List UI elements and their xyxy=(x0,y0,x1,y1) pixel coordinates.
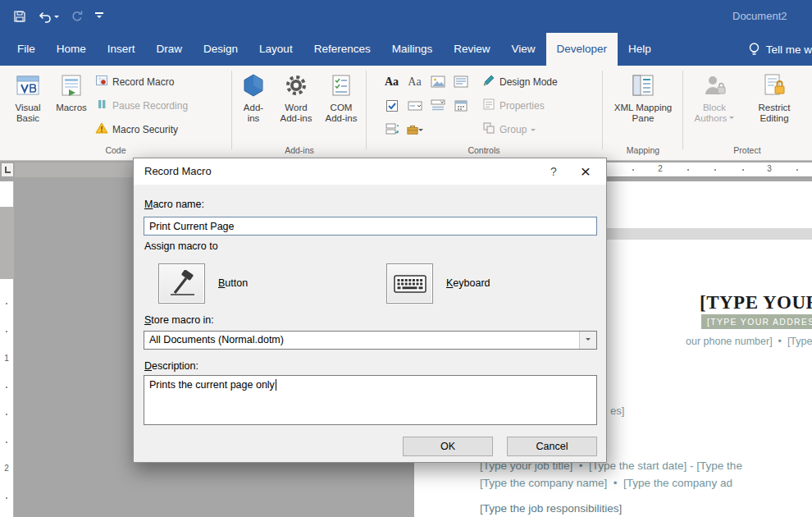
tab-review[interactable]: Review xyxy=(443,33,500,66)
tab-insert[interactable]: Insert xyxy=(97,33,146,66)
combo-dropdown-button[interactable] xyxy=(579,332,596,349)
com-add-ins-button[interactable]: COMAdd-ins xyxy=(320,71,363,143)
picture-icon xyxy=(431,75,445,89)
record-macro-dialog: Record Macro ? × Macro name: Assign macr… xyxy=(133,158,607,463)
undo-dropdown-icon[interactable] xyxy=(54,16,59,21)
assign-to-keyboard-button[interactable] xyxy=(386,263,433,304)
macro-security-button[interactable]: Macro Security xyxy=(95,120,178,140)
left-tab-icon xyxy=(5,167,11,173)
ruler-tick xyxy=(687,169,689,171)
tab-stop-selector[interactable] xyxy=(1,162,14,177)
assign-to-button-button[interactable] xyxy=(158,263,205,304)
plain-text-control-button[interactable]: Aa xyxy=(404,71,426,94)
restrict-editing-label: Restrict xyxy=(759,103,791,112)
visual-basic-button[interactable]: VisualBasic xyxy=(7,71,49,143)
macro-name-input[interactable] xyxy=(144,217,597,236)
group-divider xyxy=(366,71,367,149)
resume-experience-line3[interactable]: [Type the job responsibilities] xyxy=(480,502,622,515)
pause-recording-button[interactable]: Pause Recording xyxy=(95,96,188,116)
word-add-ins-button[interactable]: WordAdd-ins xyxy=(274,71,318,143)
tab-developer[interactable]: Developer xyxy=(546,33,618,66)
tab-view[interactable]: View xyxy=(500,33,545,66)
properties-label: Properties xyxy=(500,100,545,112)
tell-me-box[interactable]: Tell me w xyxy=(743,33,812,66)
properties-button[interactable]: Properties xyxy=(482,96,545,116)
tab-layout[interactable]: Layout xyxy=(249,33,303,66)
ruler-tick xyxy=(632,169,634,171)
ribbon-tabs: File Home Insert Draw Design Layout Refe… xyxy=(0,33,812,66)
undo-button[interactable] xyxy=(38,10,59,23)
dialog-title-bar[interactable]: Record Macro ? × xyxy=(134,158,606,185)
record-macro-button[interactable]: Record Macro xyxy=(95,72,174,92)
dialog-title: Record Macro xyxy=(144,158,212,185)
add-ins-group-label: Add-ins xyxy=(235,145,364,158)
building-block-gallery-control-button[interactable] xyxy=(449,71,472,94)
date-picker-control-button[interactable] xyxy=(449,94,472,117)
design-mode-label: Design Mode xyxy=(500,76,558,88)
group-dropdown-icon xyxy=(531,129,536,134)
pause-recording-icon xyxy=(95,98,108,114)
vertical-ruler[interactable]: 1 2 xyxy=(0,181,14,517)
keyboard-label: Keyboard xyxy=(446,277,490,289)
resume-name-heading[interactable]: [TYPE YOUR NA xyxy=(700,292,812,313)
macros-label: Macros xyxy=(56,103,87,113)
tab-draw[interactable]: Draw xyxy=(146,33,194,66)
xml-mapping-pane-button[interactable]: XML MappingPane xyxy=(605,71,681,143)
resume-objective-fragment[interactable]: es] xyxy=(610,405,624,417)
ribbon-developer: VisualBasic Macros Record Macro Pause Re… xyxy=(0,66,812,161)
ruler-number: 2 xyxy=(658,164,663,173)
checkbox-control-button[interactable] xyxy=(381,94,403,117)
ok-button[interactable]: OK xyxy=(403,437,493,456)
block-authors-icon xyxy=(702,71,727,100)
dropdown-list-control-button[interactable] xyxy=(427,94,449,117)
com-add-ins-icon xyxy=(329,71,354,100)
repeating-section-control-button[interactable] xyxy=(381,118,403,141)
building-block-icon xyxy=(454,75,468,89)
store-macro-in-select[interactable]: All Documents (Normal.dotm) xyxy=(144,331,597,350)
legacy-tools-icon xyxy=(407,124,418,135)
dialog-help-button[interactable]: ? xyxy=(541,159,567,184)
design-mode-button[interactable]: Design Mode xyxy=(482,72,558,92)
tab-file[interactable]: File xyxy=(7,33,46,66)
combo-box-control-button[interactable] xyxy=(404,94,426,117)
description-textarea[interactable]: Prints the current page only xyxy=(144,375,597,425)
visual-basic-label: Visual xyxy=(15,103,40,112)
mapping-group-label: Mapping xyxy=(605,145,681,158)
date-picker-icon xyxy=(454,99,468,112)
legacy-tools-dropdown-icon[interactable] xyxy=(418,129,423,134)
legacy-tools-button[interactable] xyxy=(404,118,426,141)
customize-qat-button[interactable] xyxy=(95,12,103,21)
cancel-button[interactable]: Cancel xyxy=(507,437,597,456)
title-bar: Document2 xyxy=(0,0,812,33)
save-button[interactable] xyxy=(13,10,26,23)
ruler-number: 3 xyxy=(767,164,772,173)
tab-references[interactable]: References xyxy=(303,33,381,66)
tell-me-label: Tell me w xyxy=(766,43,812,56)
tab-mailings[interactable]: Mailings xyxy=(381,33,444,66)
rich-text-control-button[interactable]: Aa xyxy=(381,71,403,94)
tab-help[interactable]: Help xyxy=(618,33,662,66)
keyboard-icon xyxy=(394,273,427,295)
macros-button[interactable]: Macros xyxy=(51,71,92,143)
resume-address-bar[interactable]: [TYPE YOUR ADDRESS xyxy=(701,314,812,329)
group-divider xyxy=(231,71,232,149)
assign-macro-to-label: Assign macro to xyxy=(144,240,218,252)
picture-control-button[interactable] xyxy=(427,71,449,94)
group-divider xyxy=(602,71,603,149)
restrict-editing-button[interactable]: RestrictEditing xyxy=(743,71,805,143)
repeating-section-icon xyxy=(385,123,399,136)
resume-contact-line[interactable]: our phone number] • [Type your e-m xyxy=(686,336,812,347)
ruler-tick xyxy=(6,331,7,332)
add-ins-button[interactable]: Add-ins xyxy=(235,71,272,143)
restrict-editing-icon xyxy=(762,71,787,100)
resume-experience-line2[interactable]: [Type the company name] • [Type the comp… xyxy=(480,477,732,489)
block-authors-button[interactable]: BlockAuthors xyxy=(689,71,740,143)
tab-design[interactable]: Design xyxy=(193,33,249,66)
redo-button[interactable] xyxy=(71,10,84,23)
tab-home[interactable]: Home xyxy=(46,33,97,66)
dialog-close-button[interactable]: × xyxy=(568,159,603,184)
combo-box-icon xyxy=(408,99,422,112)
ruler-tick xyxy=(796,169,798,171)
group-button[interactable]: Group xyxy=(482,120,536,140)
design-mode-icon xyxy=(482,74,495,90)
